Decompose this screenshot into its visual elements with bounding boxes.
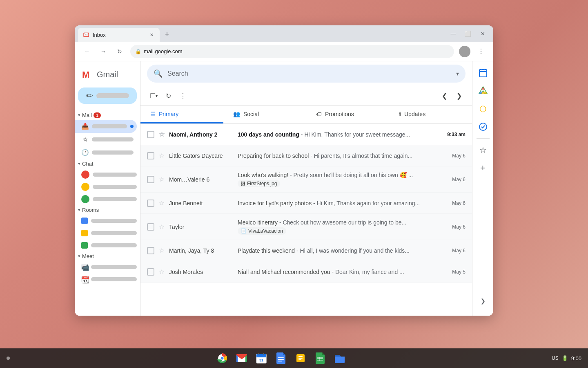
taskbar-files[interactable] [332,350,348,366]
chat-section-header[interactable]: ▾ Chat [75,159,140,168]
email-row[interactable]: ☆Little Gators DaycarePreparing for back… [140,145,472,166]
room-name-bar-1 [91,219,137,223]
drive-icon [478,86,488,96]
email-checkbox[interactable] [147,200,154,207]
google-keep-sidebar-button[interactable]: ⬡ [475,101,491,117]
email-subject-text: Preparing for back to school [238,153,310,159]
lock-icon: 🔒 [135,49,141,54]
tab-primary[interactable]: ☰ Primary [140,106,223,123]
chat-contact-2[interactable] [75,181,140,193]
back-button[interactable]: ← [81,46,93,57]
email-star-button[interactable]: ☆ [158,268,166,276]
new-tab-button[interactable]: + [161,29,173,40]
prev-page-button[interactable]: ❮ [438,89,451,102]
sidebar-item-snoozed[interactable]: 🕐 [75,146,137,159]
url-bar[interactable]: 🔒 mail.google.com [130,45,454,58]
attachment-chip: 📄VivaLaVacacion [238,227,286,235]
email-row[interactable]: ☆Naomi, Anthony 2100 days and counting -… [140,124,472,145]
mail-section-header[interactable]: ▾ Mail 1 [75,110,140,120]
email-sender: Martin, Jaya, Ty 8 [169,247,234,254]
minimize-button[interactable]: — [448,28,459,39]
email-body: 100 days and counting - Hi Kim, Thanks f… [238,131,444,138]
tab-promotions[interactable]: 🏷 Promotions [306,106,389,123]
next-page-button[interactable]: ❯ [452,89,466,102]
google-drive-sidebar-button[interactable] [475,83,491,99]
email-body: Invoice for Lyd's party photos - Hi Kim,… [238,200,449,206]
email-checkbox[interactable] [147,223,154,231]
mail-section-label: Mail [82,112,92,118]
search-input[interactable]: Search [167,70,451,77]
tab-updates[interactable]: ℹ Updates [389,106,472,123]
rooms-section-label: Rooms [82,207,99,213]
email-star-button[interactable]: ☆ [158,223,166,231]
more-options-button[interactable]: ⋮ [176,89,189,102]
refresh-emails-button[interactable]: ↻ [162,89,175,102]
taskbar-time: 9:00 [571,355,581,361]
meet-item-1[interactable]: 📹 [75,261,140,273]
email-time: May 6 [452,224,466,230]
email-star-button[interactable]: ☆ [158,130,166,139]
taskbar-sheets[interactable] [312,350,328,366]
email-checkbox[interactable] [147,176,154,183]
attachment-name: VivaLaVacacion [248,228,283,234]
gmail-logo: M Gmail [75,65,140,88]
email-row[interactable]: ☆Martin, Jaya, Ty 8Playdate this weekend… [140,240,472,261]
meet-section-header[interactable]: ▾ Meet [75,251,140,261]
email-subject-snippet: Invoice for Lyd's party photos - Hi Kim,… [238,200,449,206]
search-filter-button[interactable]: ▾ [456,70,459,77]
email-snippet-text: - Hi Kim, Thanks again for your amazing.… [313,200,420,206]
email-time: May 5 [452,269,466,275]
sidebar-add-button[interactable]: + [475,160,491,176]
taskbar-calendar[interactable]: 31 [253,350,270,366]
email-star-button[interactable]: ☆ [158,247,166,255]
rooms-section-header[interactable]: ▾ Rooms [75,205,140,215]
svg-point-6 [479,123,487,130]
search-bar[interactable]: 🔍 Search ▾ [147,65,466,83]
email-subject-snippet: Niall and Michael recommended you - Dear… [238,269,449,275]
email-snippet-text: - Dear Kim, my fiance and ... [332,269,404,275]
svg-rect-26 [317,360,323,361]
google-tasks-sidebar-button[interactable] [475,119,491,135]
taskbar-right: US 🔋 9:00 [552,355,581,361]
sidebar-item-starred[interactable]: ☆ [75,133,137,146]
email-row[interactable]: ☆Josh MoralesNiall and Michael recommend… [140,261,472,283]
taskbar-docs[interactable] [273,350,289,366]
chat-name-bar-1 [93,173,137,177]
email-row[interactable]: ☆TaylorMexico itinerary - Check out how … [140,214,472,240]
sidebar-item-inbox[interactable]: 📥 [75,120,137,133]
sidebar-star-button[interactable]: ☆ [475,142,491,158]
room-2[interactable] [75,227,140,239]
browser-tab-inbox[interactable]: Inbox ✕ [78,28,160,42]
email-star-button[interactable]: ☆ [158,199,166,207]
email-row[interactable]: ☆Mom…Valerie 6Look who's walking! - Pret… [140,166,472,193]
email-checkbox[interactable] [147,247,154,254]
meet-item-2[interactable]: 📆 [75,273,140,285]
chat-contact-1[interactable] [75,168,140,181]
email-row[interactable]: ☆June BennettInvoice for Lyd's party pho… [140,193,472,214]
profile-button[interactable] [459,46,470,57]
google-calendar-sidebar-button[interactable] [475,65,491,81]
browser-menu-button[interactable]: ⋮ [475,46,487,57]
email-star-button[interactable]: ☆ [158,152,166,160]
maximize-button[interactable]: ⬜ [462,28,474,39]
chat-collapse-icon: ▾ [78,161,80,166]
taskbar-gmail[interactable] [234,350,250,366]
email-sender: Naomi, Anthony 2 [169,131,234,138]
email-checkbox[interactable] [147,131,154,138]
email-checkbox[interactable] [147,152,154,159]
room-3[interactable] [75,239,140,251]
taskbar-keep[interactable] [292,350,309,366]
tab-close-button[interactable]: ✕ [148,31,155,38]
close-button[interactable]: ✕ [477,28,488,39]
forward-button[interactable]: → [98,46,109,57]
tab-social[interactable]: 👥 Social [223,106,306,123]
sidebar-collapse-button[interactable]: ❯ [475,293,491,309]
email-star-button[interactable]: ☆ [158,175,166,184]
chat-contact-3[interactable] [75,193,140,205]
room-1[interactable] [75,215,140,227]
refresh-button[interactable]: ↻ [114,46,125,57]
select-all-button[interactable]: ☐ ▾ [147,89,160,102]
compose-button[interactable]: ✏ [78,88,137,104]
taskbar-chrome[interactable] [214,350,230,366]
email-checkbox[interactable] [147,268,154,276]
